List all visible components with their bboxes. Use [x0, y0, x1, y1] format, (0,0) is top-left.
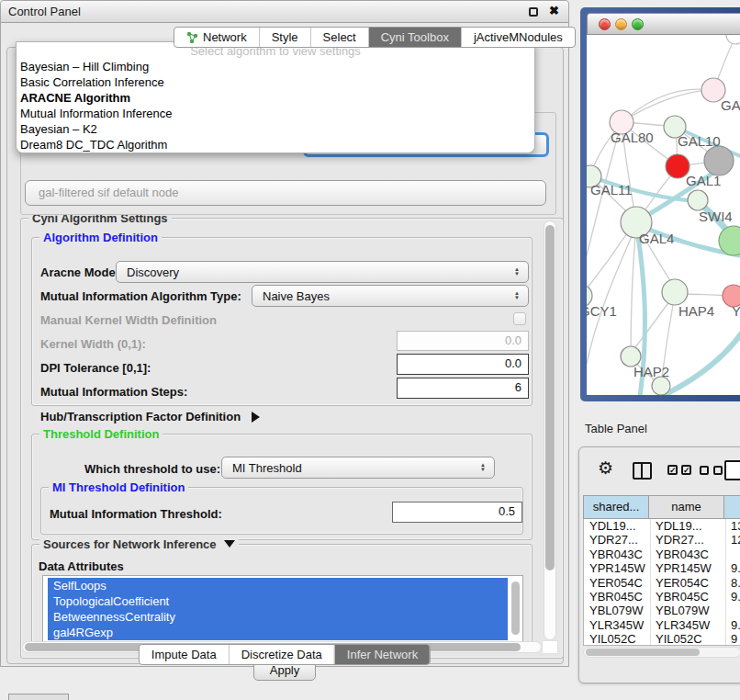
tab-infer-network[interactable]: Infer Network	[334, 645, 430, 664]
manual-kernel-label: Manual Kernel Width Definition	[40, 313, 217, 327]
table-row[interactable]: YBR045CYBR045C9.	[584, 590, 740, 604]
table-panel-title: Table Panel	[585, 422, 647, 435]
tab-cyni-toolbox[interactable]: Cyni Toolbox	[368, 28, 461, 47]
hub-section-toggle[interactable]: Hub/Transcription Factor Definition	[40, 410, 260, 423]
tab-impute-data-label: Impute Data	[151, 648, 217, 661]
algorithm-option-basic-correlation-inference[interactable]: Basic Correlation Inference	[17, 74, 534, 90]
tab-network-label: Network	[203, 30, 247, 44]
sources-group-title[interactable]: Sources for Network Inference	[39, 537, 239, 551]
tab-select[interactable]: Select	[310, 28, 368, 47]
float-window-icon[interactable]	[529, 7, 538, 17]
select-all-checkbox-icon[interactable]: ✓	[681, 465, 691, 475]
sources-title-text: Sources for Network Inference	[43, 537, 217, 551]
desktop: Control Panel ✖ NetworkStyleSelectCyni T…	[0, 0, 740, 700]
collapse-down-icon	[224, 540, 235, 548]
data-attributes-label: Data Attributes	[39, 559, 124, 573]
minimize-traffic-light[interactable]	[615, 18, 627, 30]
mi-type-label: Mutual Information Algorithm Type:	[40, 289, 241, 303]
network-node[interactable]	[688, 190, 708, 210]
network-node[interactable]	[652, 377, 670, 395]
settings-vertical-scrollbar[interactable]	[544, 220, 556, 640]
column-header-2[interactable]	[724, 495, 740, 519]
node-label-hap4: HAP4	[678, 303, 714, 319]
close-window-icon[interactable]: ✖	[549, 4, 559, 17]
network-node[interactable]	[704, 146, 734, 175]
table-body: YDL19...YDL19...13YDR27...YDR27...12YBR0…	[583, 519, 740, 646]
which-threshold-select[interactable]: MI Threshold ▲▼	[221, 457, 495, 479]
node-label-gal10: GAL10	[678, 133, 721, 149]
table-header-row: shared...name	[583, 495, 740, 519]
algorithm-option-aracne-algorithm[interactable]: ARACNE Algorithm	[17, 90, 534, 106]
mi-steps-field[interactable]: 6	[397, 378, 529, 399]
column-layout-icon[interactable]	[633, 462, 652, 480]
node-label-hap2: HAP2	[633, 364, 669, 379]
deselect-all-checkbox-icon[interactable]	[713, 466, 723, 475]
mi-steps-label: Mutual Information Steps:	[40, 385, 187, 399]
table-horizontal-scroll-thumb[interactable]	[586, 649, 700, 656]
algorithm-option-bayesian-hill-climbing[interactable]: Bayesian – Hill Climbing	[17, 59, 534, 74]
table-cell: YLR345W	[656, 618, 710, 632]
attribute-item-gal4rgexp[interactable]: gal4RGexp	[48, 625, 508, 640]
data-attributes-list[interactable]: SelfLoopsTopologicalCoefficientBetweenne…	[42, 575, 523, 643]
dpi-tolerance-field[interactable]: 0.0	[397, 354, 529, 375]
column-header-name[interactable]: name	[649, 495, 724, 519]
table-row[interactable]: YPR145WYPR145W9.	[584, 561, 740, 575]
kernel-width-field: 0.0	[397, 331, 529, 351]
settings-vertical-scroll-thumb[interactable]	[545, 225, 555, 570]
deselect-all-checkbox-icon[interactable]	[700, 466, 709, 475]
tab-impute-data[interactable]: Impute Data	[140, 645, 229, 664]
tab-discretize-data[interactable]: Discretize Data	[229, 645, 334, 664]
attribute-list-scrollbar[interactable]	[511, 581, 520, 635]
attribute-item-betweennesscentrality[interactable]: BetweennessCentrality	[48, 609, 508, 625]
zoom-traffic-light[interactable]	[632, 18, 644, 30]
table-row[interactable]: YIL052CYIL052C9	[584, 632, 740, 646]
mi-threshold-definition-title: MI Threshold Definition	[49, 480, 188, 494]
which-threshold-label: Which threshold to use:	[84, 462, 220, 476]
algorithm-option-dream8-dc-tdc-algorithm[interactable]: Dream8 DC_TDC Algorithm	[17, 137, 534, 152]
table-row[interactable]: YBL079WYBL079W	[584, 604, 740, 617]
tab-jactivemnodules[interactable]: jActiveMNodules	[461, 28, 575, 47]
table-row[interactable]: YDR27...YDR27...12	[584, 533, 740, 547]
table-horizontal-scrollbar[interactable]	[583, 647, 740, 658]
close-traffic-light[interactable]	[599, 18, 611, 30]
table-cell: 12	[731, 533, 740, 547]
attribute-item-topologicalcoefficient[interactable]: TopologicalCoefficient	[48, 593, 508, 609]
column-header-shared[interactable]: shared...	[583, 495, 649, 519]
network-icon	[186, 31, 198, 43]
node-label-gal1: GAL1	[686, 173, 721, 188]
table-row[interactable]: YDL19...YDL19...13	[584, 519, 740, 533]
control-panel-titlebar[interactable]: Control Panel ✖	[1, 1, 568, 23]
table-cell: YDR27...	[656, 533, 704, 547]
tab-network[interactable]: Network	[174, 28, 259, 47]
cyni-mode-tabbar: Impute DataDiscretize DataInfer Network	[139, 644, 431, 665]
table-cell: YER054C	[656, 576, 709, 590]
table-cell: YBL079W	[589, 604, 644, 617]
algorithm-option-mutual-information-inference[interactable]: Mutual Information Inference	[17, 106, 534, 121]
network-node[interactable]	[662, 279, 688, 305]
table-row[interactable]: YLR345WYLR345W9.	[584, 618, 740, 632]
table-function-icon[interactable]	[724, 460, 740, 480]
algorithm-dropdown-popup: Select algorithm to view settings Bayesi…	[16, 41, 535, 153]
table-row[interactable]: YER054CYER054C8.	[584, 576, 740, 590]
select-all-checkbox-icon[interactable]: ✓	[667, 465, 678, 475]
network-node[interactable]	[726, 35, 740, 44]
table-cell: YBL079W	[656, 604, 710, 617]
table-cell: 9	[731, 632, 737, 646]
table-row[interactable]: YBR043CYBR043C	[584, 548, 740, 561]
mi-type-value: Naive Bayes	[263, 289, 330, 303]
mi-threshold-field[interactable]: 0.5	[392, 502, 522, 523]
algorithm-option-bayesian-k2[interactable]: Bayesian – K2	[17, 121, 534, 137]
aracne-mode-select[interactable]: Discovery ▲▼	[116, 261, 529, 283]
tab-style[interactable]: Style	[259, 28, 310, 47]
algorithm-definition-title: Algorithm Definition	[39, 231, 162, 244]
tab-select-label: Select	[323, 30, 356, 44]
network-window-titlebar[interactable]	[587, 13, 740, 35]
table-cell: YBR045C	[589, 590, 643, 604]
network-selector-combo[interactable]: gal-filtered sif default node	[25, 180, 546, 206]
table-cell: YPR145W	[589, 561, 645, 575]
attribute-item-selfloops[interactable]: SelfLoops	[48, 578, 508, 593]
network-canvas[interactable]: GALGAL80GAL10GAL1GAL11SWI4GAL4GCY1HAP4YH…	[587, 35, 740, 395]
table-cell: YLR345W	[589, 618, 644, 632]
mi-algorithm-type-select[interactable]: Naive Bayes ▲▼	[252, 285, 529, 307]
table-settings-gear-icon[interactable]: ⚙	[598, 457, 613, 479]
